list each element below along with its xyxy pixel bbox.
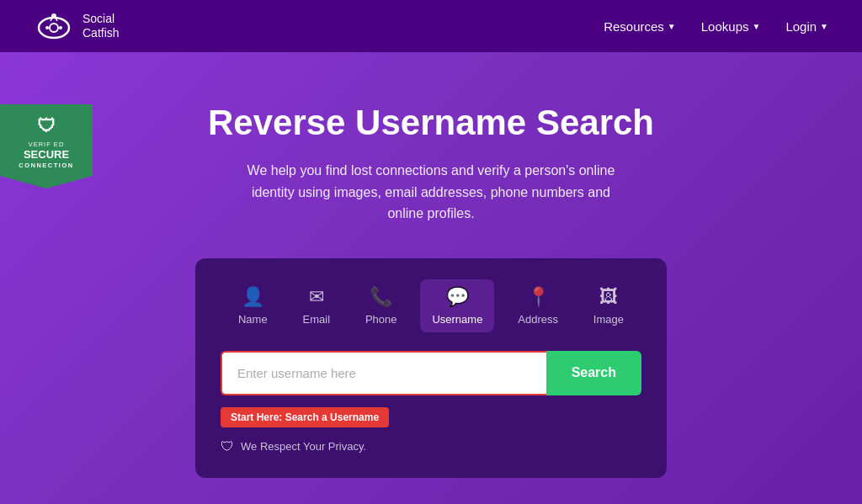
page-title: Reverse Username Search (208, 103, 654, 143)
image-icon: 🖼 (599, 286, 618, 308)
connection-text: CONNECTION (19, 162, 73, 169)
search-tabs: 👤 Name ✉ Email 📞 Phone 💬 Username 📍 Addr… (221, 279, 641, 332)
shield-icon: 🛡 (37, 115, 56, 137)
page-subtitle: We help you find lost connections and ve… (237, 160, 625, 225)
main-nav: Resources ▼ Lookups ▼ Login ▼ (604, 19, 828, 34)
svg-point-0 (39, 18, 69, 38)
email-icon: ✉ (309, 286, 324, 308)
svg-point-1 (50, 24, 58, 32)
start-here-badge: Start Here: Search a Username (221, 407, 389, 427)
logo-text: Social Catfish (82, 12, 120, 40)
svg-point-3 (59, 26, 62, 29)
nav-resources[interactable]: Resources ▼ (604, 19, 676, 34)
tab-email[interactable]: ✉ Email (291, 279, 343, 332)
username-icon: 💬 (446, 286, 469, 308)
privacy-shield-icon: 🛡 (221, 439, 234, 454)
verified-text: VERIF ED (29, 141, 65, 148)
search-button[interactable]: Search (546, 351, 641, 395)
nav-lookups[interactable]: Lookups ▼ (701, 19, 761, 34)
search-input[interactable] (221, 351, 546, 395)
main-content: 🛡 VERIF ED SECURE CONNECTION Reverse Use… (0, 52, 862, 504)
site-header: Social Catfish Resources ▼ Lookups ▼ Log… (0, 0, 862, 52)
logo[interactable]: Social Catfish (34, 9, 120, 43)
tab-address[interactable]: 📍 Address (506, 279, 570, 332)
tab-image[interactable]: 🖼 Image (582, 279, 636, 332)
resources-arrow-icon: ▼ (668, 22, 676, 31)
secure-text: SECURE (24, 149, 69, 161)
phone-icon: 📞 (370, 286, 392, 308)
svg-point-2 (45, 26, 49, 29)
lookups-arrow-icon: ▼ (752, 22, 760, 31)
tab-username[interactable]: 💬 Username (420, 279, 494, 332)
search-input-wrapper: Search (221, 351, 641, 395)
privacy-text: We Respect Your Privacy. (241, 440, 366, 453)
search-box: 👤 Name ✉ Email 📞 Phone 💬 Username 📍 Addr… (195, 258, 667, 478)
address-icon: 📍 (527, 286, 550, 308)
secure-badge: 🛡 VERIF ED SECURE CONNECTION (0, 104, 93, 188)
tab-phone[interactable]: 📞 Phone (354, 279, 409, 332)
privacy-note: 🛡 We Respect Your Privacy. (221, 439, 641, 454)
tab-name[interactable]: 👤 Name (226, 279, 279, 332)
name-icon: 👤 (242, 286, 264, 308)
login-arrow-icon: ▼ (820, 22, 828, 31)
nav-login[interactable]: Login ▼ (785, 19, 828, 34)
